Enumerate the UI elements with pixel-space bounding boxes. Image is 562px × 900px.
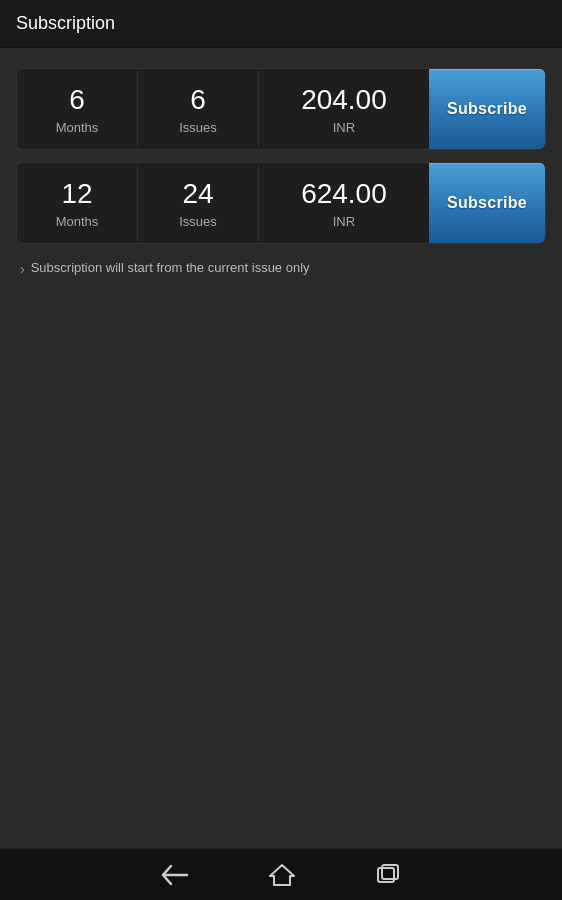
subscribe-12months-button[interactable]: Subscribe <box>429 163 545 243</box>
plan-12months-months-label: Months <box>27 214 127 229</box>
plan-6months-months-cell: 6 Months <box>17 71 138 148</box>
main-content: 6 Months 6 Issues 204.00 INR Subscribe 1… <box>0 48 562 293</box>
back-button[interactable] <box>161 864 189 886</box>
plan-6months-issues-cell: 6 Issues <box>138 71 259 148</box>
plan-12months-issues-cell: 24 Issues <box>138 165 259 242</box>
svg-marker-1 <box>270 865 294 885</box>
plan-12months-months-value: 12 <box>27 177 127 211</box>
plan-6months-price-cell: 204.00 INR <box>259 71 429 148</box>
plan-6months-months-label: Months <box>27 120 127 135</box>
plan-6months-issues-label: Issues <box>148 120 248 135</box>
plan-12months-price-label: INR <box>269 214 419 229</box>
plan-6months-months-value: 6 <box>27 83 127 117</box>
plan-6months-issues-value: 6 <box>148 83 248 117</box>
plan-6months-price-label: INR <box>269 120 419 135</box>
plan-12months-details: 12 Months 24 Issues 624.00 INR <box>17 165 429 242</box>
plan-12months-months-cell: 12 Months <box>17 165 138 242</box>
home-button[interactable] <box>269 863 295 887</box>
header: Subscription <box>0 0 562 48</box>
nav-bar <box>0 848 562 900</box>
chevron-right-icon: › <box>20 261 25 277</box>
plan-12months-price-value: 624.00 <box>269 177 419 211</box>
plan-6months-details: 6 Months 6 Issues 204.00 INR <box>17 71 429 148</box>
plan-6months-price-value: 204.00 <box>269 83 419 117</box>
plan-12months-issues-label: Issues <box>148 214 248 229</box>
recents-button[interactable] <box>375 863 401 887</box>
page-title: Subscription <box>16 13 115 34</box>
subscription-note: Subscription will start from the current… <box>31 260 310 275</box>
note-section: › Subscription will start from the curre… <box>16 260 546 277</box>
plan-12months-issues-value: 24 <box>148 177 248 211</box>
plan-12months-card: 12 Months 24 Issues 624.00 INR Subscribe <box>16 162 546 244</box>
plan-12months-price-cell: 624.00 INR <box>259 165 429 242</box>
subscribe-6months-button[interactable]: Subscribe <box>429 69 545 149</box>
plan-6months-card: 6 Months 6 Issues 204.00 INR Subscribe <box>16 68 546 150</box>
